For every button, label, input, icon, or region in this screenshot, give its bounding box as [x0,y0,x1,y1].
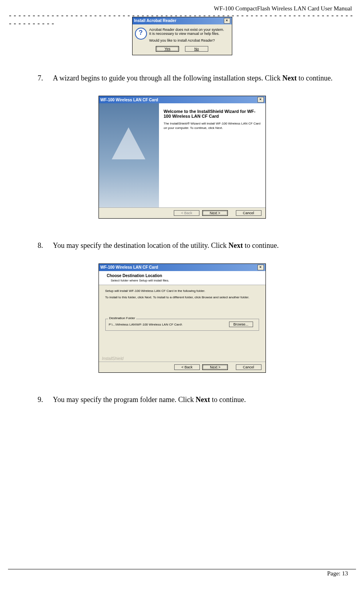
dialog-body: ? Acrobat Reader does not exist on your … [133,24,232,44]
wizard-title-text: WF-100 Wireless LAN CF Card [101,265,158,269]
installshield-watermark: InstallShield [99,356,265,362]
destination-folder-legend: Destination Folder [108,316,137,320]
next-button[interactable]: Next > [202,364,228,370]
dialog-titlebar: Install Acrobat Reader × [133,17,232,24]
step-text: You may specify the destination location… [53,241,340,250]
dialog-title-text: Install Acrobat Reader [134,18,177,23]
back-button[interactable]: < Back [174,364,200,370]
wizard-header-panel: Choose Destination Location Select folde… [99,271,265,285]
wizard-header-subtitle: Select folder where Setup will install f… [111,279,261,282]
installshield-welcome-dialog: WF-100 Wireless LAN CF Card × Welcome to… [99,96,266,219]
close-icon[interactable]: × [257,97,264,103]
installshield-destination-dialog: WF-100 Wireless LAN CF Card × Choose Des… [99,263,266,373]
wizard-header-title: Choose Destination Location [107,273,261,278]
wizard-content: Welcome to the InstallShield Wizard for … [99,103,265,207]
step-text: A wizard begins to guide you through all… [53,73,340,83]
no-button[interactable]: No [185,46,208,52]
question-icon: ? [135,28,147,40]
next-button[interactable]: Next > [202,210,228,216]
triangle-icon [112,127,145,159]
yes-button[interactable]: Yes [156,46,179,52]
step-7: 7. A wizard begins to guide you through … [38,73,340,83]
cancel-button[interactable]: Cancel [236,364,261,370]
dialog-line1: Acrobat Reader does not exist on your sy… [149,28,224,32]
wizard-title-text: WF-100 Wireless LAN CF Card [101,98,158,102]
dest-paragraph-2: To install to this folder, click Next. T… [105,296,259,300]
step-8: 8. You may specify the destination locat… [38,241,340,250]
wizard-right-pane: Welcome to the InstallShield Wizard for … [159,103,265,207]
step-text: You may specify the program folder name.… [53,395,340,404]
wizard-heading: Welcome to the InstallShield Wizard for … [164,109,261,119]
dialog-line2: It is neccessary to view manual or help … [149,32,224,36]
page-footer: Page: 13 [8,569,356,577]
wizard-titlebar: WF-100 Wireless LAN CF Card × [99,96,265,103]
wizard-paragraph: The InstallShield® Wizard will install W… [164,122,261,130]
close-icon[interactable]: × [224,18,230,24]
cancel-button[interactable]: Cancel [236,210,261,216]
step-number: 8. [38,241,47,250]
browse-button[interactable]: Browse... [229,322,253,327]
step-number: 7. [38,73,47,83]
dest-paragraph-1: Setup will install WF-100 Wireless LAN C… [105,289,259,293]
back-button: < Back [174,210,199,216]
dialog-message: Acrobat Reader does not exist on your sy… [149,28,224,43]
step-number: 9. [38,395,47,404]
install-acrobat-dialog: Install Acrobat Reader × ? Acrobat Reade… [132,17,232,55]
wizard-titlebar: WF-100 Wireless LAN CF Card × [99,264,265,271]
page-number: Page: 13 [327,570,348,577]
wizard-body: Setup will install WF-100 Wireless LAN C… [99,285,265,356]
wizard-sidebar-graphic [99,103,159,207]
dialog-line3: Would you like to install Acrobat Reader… [149,38,224,43]
close-icon[interactable]: × [257,265,264,270]
wizard-footer: < Back Next > Cancel [99,362,265,372]
dialog-buttons: Yes No [133,44,232,55]
destination-path: P:\...\Wireless LAN\WF-100 Wireless LAN … [109,323,182,326]
step-9: 9. You may specify the program folder na… [38,395,340,404]
wizard-footer: < Back Next > Cancel [99,207,265,218]
destination-folder-group: Destination Folder P:\...\Wireless LAN\W… [105,319,259,331]
